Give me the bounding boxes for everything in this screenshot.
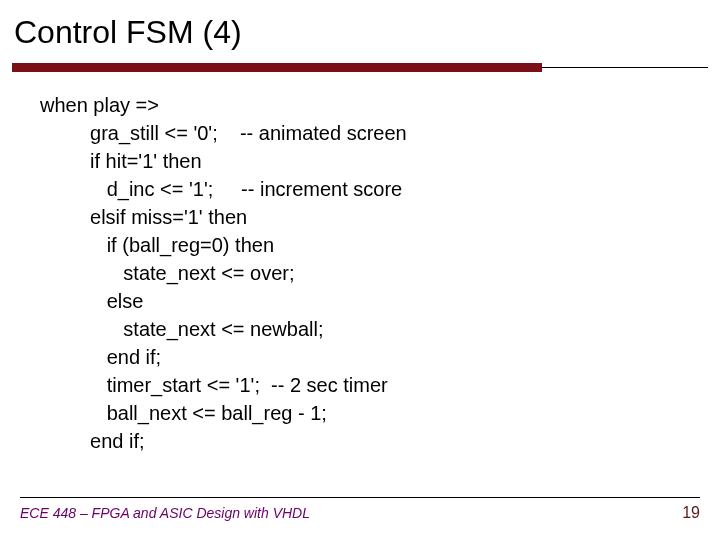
code-line: timer_start <= '1'; -- 2 sec timer xyxy=(40,371,700,399)
code-block: when play => gra_still <= '0'; -- animat… xyxy=(40,91,700,455)
code-line: when play => xyxy=(40,91,700,119)
code-line: gra_still <= '0'; -- animated screen xyxy=(40,119,700,147)
code-line: if hit='1' then xyxy=(40,147,700,175)
code-line: end if; xyxy=(40,427,700,455)
slide-title: Control FSM (4) xyxy=(0,0,720,61)
code-line: elsif miss='1' then xyxy=(40,203,700,231)
code-line: end if; xyxy=(40,343,700,371)
title-rule xyxy=(0,61,720,73)
code-line: state_next <= newball; xyxy=(40,315,700,343)
code-line: state_next <= over; xyxy=(40,259,700,287)
page-number: 19 xyxy=(682,504,700,522)
code-line: ball_next <= ball_reg - 1; xyxy=(40,399,700,427)
footer: ECE 448 – FPGA and ASIC Design with VHDL… xyxy=(0,497,720,522)
code-line: d_inc <= '1'; -- increment score xyxy=(40,175,700,203)
code-line: else xyxy=(40,287,700,315)
code-line: if (ball_reg=0) then xyxy=(40,231,700,259)
footer-course: ECE 448 – FPGA and ASIC Design with VHDL xyxy=(20,505,310,521)
